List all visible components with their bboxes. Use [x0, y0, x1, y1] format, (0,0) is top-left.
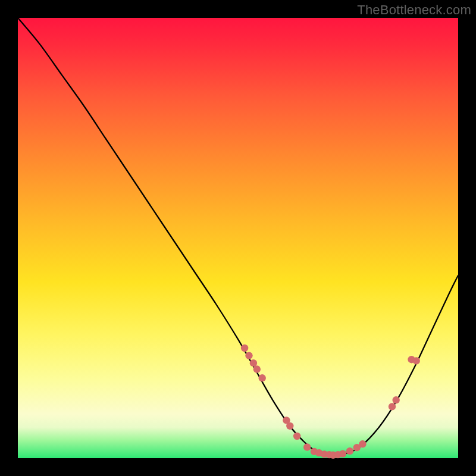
- curve-marker: [286, 422, 293, 430]
- bottleneck-curve: [18, 18, 458, 455]
- curve-marker: [392, 396, 399, 403]
- watermark-text: TheBottleneck.com: [357, 2, 471, 18]
- curve-marker: [303, 443, 311, 450]
- curve-marker: [293, 433, 300, 440]
- curve-marker: [241, 345, 248, 352]
- bottleneck-curve-svg: [18, 18, 458, 458]
- curve-marker: [339, 450, 346, 457]
- curve-marker: [359, 440, 366, 447]
- curve-marker: [346, 447, 353, 455]
- curve-marker: [253, 365, 261, 372]
- curve-marker: [389, 403, 396, 410]
- curve-markers: [241, 345, 420, 459]
- curve-marker: [245, 352, 252, 359]
- curve-marker: [413, 357, 420, 364]
- chart-plot-area: [18, 18, 458, 458]
- curve-marker: [250, 359, 257, 367]
- curve-marker: [259, 374, 266, 381]
- chart-stage: TheBottleneck.com: [0, 0, 476, 476]
